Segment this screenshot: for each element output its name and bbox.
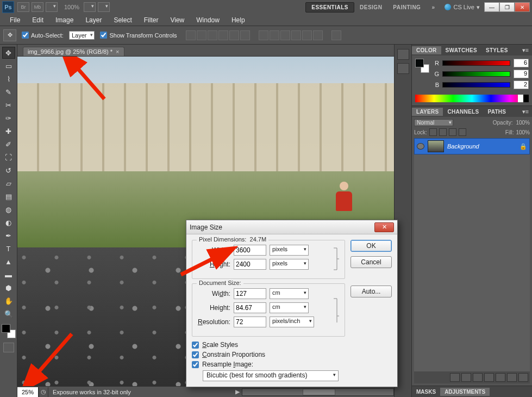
extras-dropdown[interactable] [98, 2, 110, 12]
menu-image[interactable]: Image [50, 15, 79, 25]
align-icon[interactable] [218, 30, 228, 40]
menu-file[interactable]: File [4, 15, 26, 25]
px-height-unit[interactable]: pixels [270, 259, 309, 270]
doc-width-input[interactable] [234, 288, 266, 299]
quick-mask-toggle[interactable] [3, 343, 14, 352]
cs-live-button[interactable]: CS Live ▾ [445, 4, 480, 11]
horizontal-scrollbar[interactable] [242, 388, 394, 396]
arrange-docs-dropdown[interactable] [84, 2, 96, 12]
foreground-background-swatch[interactable] [2, 324, 16, 338]
lock-all-icon[interactable] [459, 128, 466, 136]
r-value[interactable]: 6 [514, 59, 529, 67]
collapsed-panel-icon[interactable] [397, 63, 409, 74]
distribute-icon[interactable] [313, 30, 323, 40]
workspace-essentials[interactable]: ESSENTIALS [305, 2, 354, 13]
fill-value[interactable]: 100% [516, 129, 530, 135]
workspace-more[interactable]: » [426, 3, 440, 12]
align-icon[interactable] [240, 30, 250, 40]
path-select-tool[interactable]: ▲ [2, 256, 15, 268]
cancel-button[interactable]: Cancel [351, 256, 392, 268]
tab-masks[interactable]: MASKS [412, 388, 440, 396]
auto-button[interactable]: Auto... [351, 286, 392, 297]
shape-tool[interactable]: ▬ [2, 269, 15, 281]
fx-icon[interactable] [461, 373, 471, 382]
distribute-icon[interactable] [259, 30, 268, 40]
trash-icon[interactable] [518, 373, 528, 382]
scale-styles-checkbox[interactable]: Scale Styles [192, 341, 345, 349]
status-zoom[interactable]: 25% [17, 387, 39, 397]
move-tool[interactable]: ✥ [2, 47, 15, 59]
resample-method-select[interactable]: Bicubic (best for smooth gradients) [203, 370, 339, 381]
close-tab-icon[interactable]: × [116, 48, 119, 55]
tab-styles[interactable]: STYLES [481, 46, 512, 54]
menu-filter[interactable]: Filter [139, 15, 164, 25]
doc-height-unit[interactable]: cm [270, 302, 309, 313]
lock-position-icon[interactable] [449, 128, 456, 136]
tab-layers[interactable]: LAYERS [412, 108, 443, 116]
color-swatch[interactable] [415, 59, 429, 73]
b-slider[interactable] [442, 82, 510, 88]
stamp-tool[interactable]: ⛶ [2, 151, 15, 163]
menu-select[interactable]: Select [108, 15, 137, 25]
status-arrow-icon[interactable]: ▶ [233, 388, 242, 395]
adjustment-icon[interactable] [484, 373, 494, 382]
ok-button[interactable]: OK [351, 240, 392, 252]
window-maximize[interactable]: ❐ [499, 2, 515, 12]
dodge-tool[interactable]: ◐ [2, 216, 15, 228]
bridge-button[interactable]: Br [17, 2, 29, 12]
px-width-input[interactable] [234, 245, 266, 256]
show-transform-checkbox[interactable]: Show Transform Controls [100, 32, 177, 39]
doc-width-unit[interactable]: cm [270, 288, 309, 299]
menu-view[interactable]: View [165, 15, 190, 25]
zoom-tool[interactable]: 🔍 [2, 308, 15, 320]
constrain-proportions-checkbox[interactable]: Constrain Proportions [192, 351, 345, 358]
px-height-input[interactable] [234, 259, 266, 270]
panel-menu-icon[interactable]: ▾≡ [519, 47, 532, 54]
blur-tool[interactable]: ◍ [2, 203, 15, 215]
marquee-tool[interactable]: ▭ [2, 60, 15, 72]
auto-select-checkbox[interactable]: Auto-Select: [22, 32, 64, 39]
mask-icon[interactable] [473, 373, 483, 382]
panel-menu-icon[interactable]: ▾≡ [519, 108, 532, 115]
hand-tool[interactable]: ✋ [2, 295, 15, 307]
menu-window[interactable]: Window [191, 15, 225, 25]
px-width-unit[interactable]: pixels [270, 245, 309, 256]
window-close[interactable]: ✕ [515, 2, 530, 12]
g-value[interactable]: 9 [514, 70, 529, 78]
lock-pixels-icon[interactable] [439, 128, 447, 136]
crop-tool[interactable]: ✂ [2, 99, 15, 111]
workspace-painting[interactable]: PAINTING [387, 3, 426, 12]
lasso-tool[interactable]: ⌇ [2, 73, 15, 85]
status-menu-icon[interactable]: ◷ [39, 387, 48, 397]
quick-select-tool[interactable]: ✎ [2, 86, 15, 98]
visibility-icon[interactable] [417, 143, 424, 150]
align-icon[interactable] [229, 30, 239, 40]
resolution-unit[interactable]: pixels/inch [270, 317, 314, 327]
type-tool[interactable]: T [2, 243, 15, 255]
b-value[interactable]: 2 [514, 80, 529, 89]
align-icon[interactable] [208, 30, 217, 40]
opacity-value[interactable]: 100% [516, 120, 530, 126]
align-icon[interactable] [186, 30, 196, 40]
layer-background[interactable]: Background 🔒 [414, 138, 530, 154]
blend-mode-select[interactable]: Normal [414, 119, 453, 126]
color-ramp[interactable] [415, 95, 529, 102]
link-layers-icon[interactable] [450, 373, 460, 382]
resolution-input[interactable] [234, 317, 266, 327]
dialog-close-button[interactable]: ✕ [374, 222, 394, 232]
dialog-titlebar[interactable]: Image Size ✕ [186, 220, 397, 234]
auto-align-icon[interactable] [331, 30, 341, 40]
menu-edit[interactable]: Edit [27, 15, 49, 25]
align-icon[interactable] [197, 30, 206, 40]
workspace-design[interactable]: DESIGN [354, 3, 387, 12]
window-minimize[interactable]: — [484, 2, 499, 12]
healing-tool[interactable]: ✚ [2, 125, 15, 137]
menu-help[interactable]: Help [226, 15, 251, 25]
distribute-icon[interactable] [291, 30, 301, 40]
pen-tool[interactable]: ✒ [2, 229, 15, 241]
doc-height-input[interactable] [234, 302, 266, 313]
tab-adjustments[interactable]: ADJUSTMENTS [440, 388, 490, 396]
3d-tool[interactable]: ⬢ [2, 282, 15, 294]
distribute-icon[interactable] [302, 30, 312, 40]
gradient-tool[interactable]: ▤ [2, 190, 15, 202]
